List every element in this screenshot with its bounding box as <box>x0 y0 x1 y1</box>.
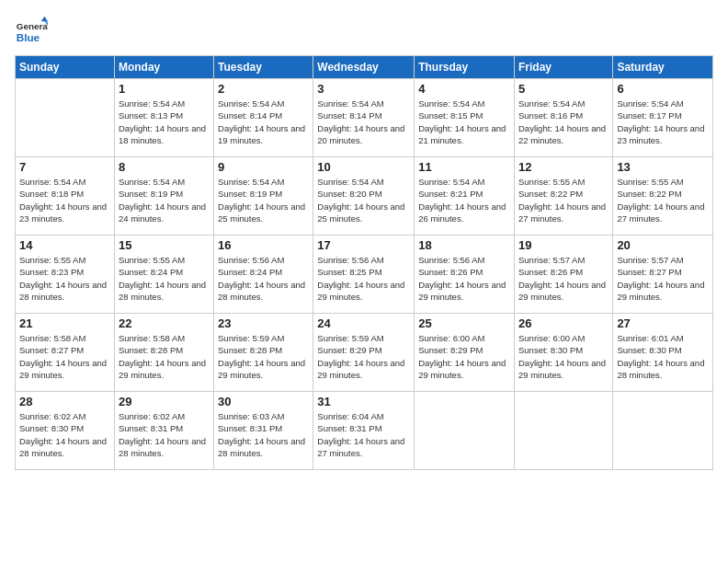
weekday-header: Wednesday <box>313 56 415 79</box>
day-info: Sunrise: 5:59 AMSunset: 8:29 PMDaylight:… <box>317 332 410 381</box>
day-number: 26 <box>518 316 609 330</box>
day-number: 24 <box>317 316 410 330</box>
day-info: Sunrise: 5:54 AMSunset: 8:18 PMDaylight:… <box>19 176 110 224</box>
day-number: 25 <box>418 316 510 330</box>
day-number: 28 <box>19 395 110 408</box>
calendar-cell: 12 Sunrise: 5:55 AMSunset: 8:22 PMDaylig… <box>514 157 612 236</box>
day-info: Sunrise: 5:56 AMSunset: 8:24 PMDaylight:… <box>218 254 309 303</box>
calendar-cell: 10 Sunrise: 5:54 AMSunset: 8:20 PMDaylig… <box>313 157 415 236</box>
weekday-header: Thursday <box>415 56 515 79</box>
day-number: 14 <box>19 238 110 252</box>
day-info: Sunrise: 6:02 AMSunset: 8:31 PMDaylight:… <box>119 410 210 459</box>
day-number: 31 <box>317 395 410 408</box>
calendar-cell: 31 Sunrise: 6:04 AMSunset: 8:31 PMDaylig… <box>313 392 415 470</box>
day-number: 9 <box>218 160 309 174</box>
day-info: Sunrise: 5:56 AMSunset: 8:26 PMDaylight:… <box>418 254 510 303</box>
calendar-cell <box>415 392 515 470</box>
calendar-table: SundayMondayTuesdayWednesdayThursdayFrid… <box>15 55 713 470</box>
calendar-week-row: 1 Sunrise: 5:54 AMSunset: 8:13 PMDayligh… <box>16 79 713 157</box>
day-info: Sunrise: 5:55 AMSunset: 8:22 PMDaylight:… <box>518 176 609 224</box>
calendar-cell: 25 Sunrise: 6:00 AMSunset: 8:29 PMDaylig… <box>415 314 515 392</box>
day-info: Sunrise: 5:55 AMSunset: 8:24 PMDaylight:… <box>119 254 210 303</box>
calendar-cell: 21 Sunrise: 5:58 AMSunset: 8:27 PMDaylig… <box>16 314 115 392</box>
day-number: 29 <box>119 395 210 408</box>
day-number: 16 <box>218 238 309 252</box>
day-info: Sunrise: 5:54 AMSunset: 8:17 PMDaylight:… <box>617 98 709 146</box>
calendar-cell: 11 Sunrise: 5:54 AMSunset: 8:21 PMDaylig… <box>415 157 515 236</box>
day-number: 2 <box>218 82 309 96</box>
day-number: 11 <box>418 160 510 174</box>
day-info: Sunrise: 5:54 AMSunset: 8:14 PMDaylight:… <box>317 98 410 146</box>
calendar-cell: 7 Sunrise: 5:54 AMSunset: 8:18 PMDayligh… <box>16 157 115 236</box>
day-number: 27 <box>617 316 709 330</box>
day-info: Sunrise: 6:00 AMSunset: 8:30 PMDaylight:… <box>518 332 609 381</box>
weekday-header: Friday <box>514 56 612 79</box>
calendar-cell: 29 Sunrise: 6:02 AMSunset: 8:31 PMDaylig… <box>114 392 213 470</box>
day-number: 3 <box>317 82 410 96</box>
calendar-week-row: 21 Sunrise: 5:58 AMSunset: 8:27 PMDaylig… <box>16 314 713 392</box>
day-number: 15 <box>119 238 210 252</box>
calendar-cell: 18 Sunrise: 5:56 AMSunset: 8:26 PMDaylig… <box>415 236 515 314</box>
day-info: Sunrise: 5:54 AMSunset: 8:13 PMDaylight:… <box>119 98 210 146</box>
calendar-cell: 1 Sunrise: 5:54 AMSunset: 8:13 PMDayligh… <box>114 79 213 157</box>
day-number: 13 <box>617 160 709 174</box>
calendar-cell: 3 Sunrise: 5:54 AMSunset: 8:14 PMDayligh… <box>313 79 415 157</box>
calendar-cell: 14 Sunrise: 5:55 AMSunset: 8:23 PMDaylig… <box>16 236 115 314</box>
weekday-header: Monday <box>114 56 213 79</box>
day-info: Sunrise: 5:54 AMSunset: 8:14 PMDaylight:… <box>218 98 309 146</box>
calendar-cell: 4 Sunrise: 5:54 AMSunset: 8:15 PMDayligh… <box>415 79 515 157</box>
calendar-cell: 30 Sunrise: 6:03 AMSunset: 8:31 PMDaylig… <box>214 392 313 470</box>
calendar-week-row: 7 Sunrise: 5:54 AMSunset: 8:18 PMDayligh… <box>16 157 713 236</box>
day-info: Sunrise: 5:56 AMSunset: 8:25 PMDaylight:… <box>317 254 410 303</box>
weekday-header: Tuesday <box>214 56 313 79</box>
calendar-cell: 9 Sunrise: 5:54 AMSunset: 8:19 PMDayligh… <box>214 157 313 236</box>
calendar-cell: 13 Sunrise: 5:55 AMSunset: 8:22 PMDaylig… <box>613 157 713 236</box>
logo: General Blue <box>15 15 50 48</box>
weekday-header: Sunday <box>16 56 115 79</box>
svg-marker-2 <box>41 17 48 21</box>
day-number: 6 <box>617 82 709 96</box>
day-info: Sunrise: 5:57 AMSunset: 8:27 PMDaylight:… <box>617 254 709 303</box>
calendar-cell: 15 Sunrise: 5:55 AMSunset: 8:24 PMDaylig… <box>114 236 213 314</box>
day-info: Sunrise: 5:54 AMSunset: 8:16 PMDaylight:… <box>518 98 609 146</box>
day-info: Sunrise: 5:58 AMSunset: 8:27 PMDaylight:… <box>19 332 110 381</box>
weekday-header: Saturday <box>613 56 713 79</box>
calendar-cell: 6 Sunrise: 5:54 AMSunset: 8:17 PMDayligh… <box>613 79 713 157</box>
day-info: Sunrise: 5:54 AMSunset: 8:19 PMDaylight:… <box>218 176 309 224</box>
day-info: Sunrise: 5:57 AMSunset: 8:26 PMDaylight:… <box>518 254 609 303</box>
day-info: Sunrise: 6:00 AMSunset: 8:29 PMDaylight:… <box>418 332 510 381</box>
calendar-cell: 19 Sunrise: 5:57 AMSunset: 8:26 PMDaylig… <box>514 236 612 314</box>
calendar-week-row: 28 Sunrise: 6:02 AMSunset: 8:30 PMDaylig… <box>16 392 713 470</box>
day-number: 10 <box>317 160 410 174</box>
day-number: 18 <box>418 238 510 252</box>
calendar-cell <box>514 392 612 470</box>
day-number: 23 <box>218 316 309 330</box>
svg-text:General: General <box>17 21 48 31</box>
day-number: 7 <box>19 160 110 174</box>
day-info: Sunrise: 6:01 AMSunset: 8:30 PMDaylight:… <box>617 332 709 381</box>
day-info: Sunrise: 6:03 AMSunset: 8:31 PMDaylight:… <box>218 410 309 459</box>
day-info: Sunrise: 5:54 AMSunset: 8:20 PMDaylight:… <box>317 176 410 224</box>
calendar-cell: 26 Sunrise: 6:00 AMSunset: 8:30 PMDaylig… <box>514 314 612 392</box>
calendar-cell: 24 Sunrise: 5:59 AMSunset: 8:29 PMDaylig… <box>313 314 415 392</box>
day-number: 19 <box>518 238 609 252</box>
day-info: Sunrise: 6:04 AMSunset: 8:31 PMDaylight:… <box>317 410 410 459</box>
day-number: 5 <box>518 82 609 96</box>
calendar-cell: 2 Sunrise: 5:54 AMSunset: 8:14 PMDayligh… <box>214 79 313 157</box>
calendar-cell: 8 Sunrise: 5:54 AMSunset: 8:19 PMDayligh… <box>114 157 213 236</box>
calendar-cell: 20 Sunrise: 5:57 AMSunset: 8:27 PMDaylig… <box>613 236 713 314</box>
calendar-cell: 23 Sunrise: 5:59 AMSunset: 8:28 PMDaylig… <box>214 314 313 392</box>
day-number: 8 <box>119 160 210 174</box>
calendar-cell: 17 Sunrise: 5:56 AMSunset: 8:25 PMDaylig… <box>313 236 415 314</box>
weekday-header-row: SundayMondayTuesdayWednesdayThursdayFrid… <box>16 56 713 79</box>
day-number: 4 <box>418 82 510 96</box>
calendar-cell: 16 Sunrise: 5:56 AMSunset: 8:24 PMDaylig… <box>214 236 313 314</box>
calendar-cell: 22 Sunrise: 5:58 AMSunset: 8:28 PMDaylig… <box>114 314 213 392</box>
calendar-cell <box>613 392 713 470</box>
page-header: General Blue <box>15 15 713 48</box>
day-info: Sunrise: 5:55 AMSunset: 8:23 PMDaylight:… <box>19 254 110 303</box>
day-number: 1 <box>119 82 210 96</box>
day-number: 22 <box>119 316 210 330</box>
day-info: Sunrise: 5:54 AMSunset: 8:21 PMDaylight:… <box>418 176 510 224</box>
day-info: Sunrise: 5:58 AMSunset: 8:28 PMDaylight:… <box>119 332 210 381</box>
